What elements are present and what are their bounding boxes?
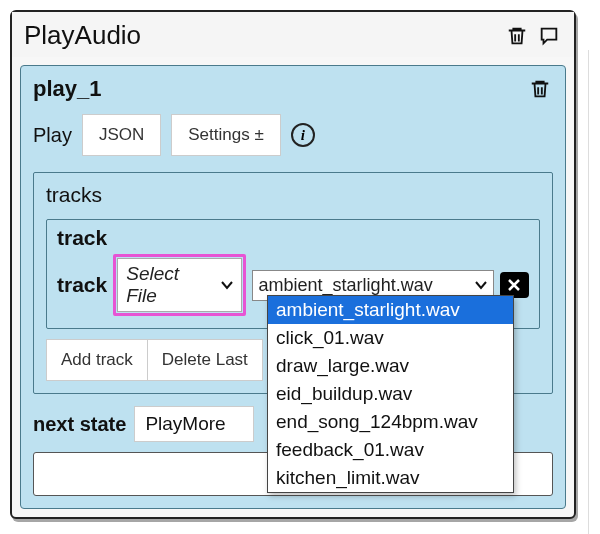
panel-title: play_1: [33, 76, 102, 102]
file-dropdown-list[interactable]: ambient_starlight.wavclick_01.wavdraw_la…: [267, 295, 514, 493]
dropdown-option[interactable]: draw_large.wav: [268, 352, 513, 380]
next-state-input[interactable]: [134, 406, 254, 442]
tracks-label: tracks: [46, 183, 540, 207]
json-button[interactable]: JSON: [82, 114, 161, 156]
track-label: track: [57, 273, 107, 297]
track-file-value: ambient_starlight.wav: [259, 275, 433, 296]
panel-toolbar: Play JSON Settings ± i: [33, 114, 553, 156]
window-title: PlayAudio: [24, 20, 141, 51]
trash-icon[interactable]: [504, 23, 530, 49]
titlebar-actions: [504, 23, 562, 49]
comment-icon[interactable]: [536, 23, 562, 49]
play-label: Play: [33, 124, 72, 147]
dropdown-option[interactable]: feedback_01.wav: [268, 436, 513, 464]
panel-header: play_1: [33, 76, 553, 102]
dropdown-option[interactable]: kitchen_limit.wav: [268, 464, 513, 492]
next-state-label: next state: [33, 413, 126, 436]
panel-trash-icon[interactable]: [527, 76, 553, 102]
add-track-button[interactable]: Add track: [46, 339, 148, 381]
settings-button[interactable]: Settings ±: [171, 114, 280, 156]
track-heading: track: [57, 226, 529, 250]
dropdown-option[interactable]: click_01.wav: [268, 324, 513, 352]
chevron-down-icon: [221, 280, 233, 290]
background-rail: [588, 50, 600, 534]
dropdown-option[interactable]: ambient_starlight.wav: [268, 296, 513, 324]
chevron-down-icon: [475, 280, 487, 290]
titlebar: PlayAudio: [12, 12, 574, 57]
delete-last-button[interactable]: Delete Last: [148, 339, 263, 381]
select-file-text: Select File: [126, 263, 212, 307]
info-icon[interactable]: i: [291, 123, 315, 147]
dropdown-option[interactable]: end_song_124bpm.wav: [268, 408, 513, 436]
select-file-highlight: Select File: [113, 254, 245, 316]
select-file-dropdown[interactable]: Select File: [117, 258, 241, 312]
dropdown-option[interactable]: eid_buildup.wav: [268, 380, 513, 408]
